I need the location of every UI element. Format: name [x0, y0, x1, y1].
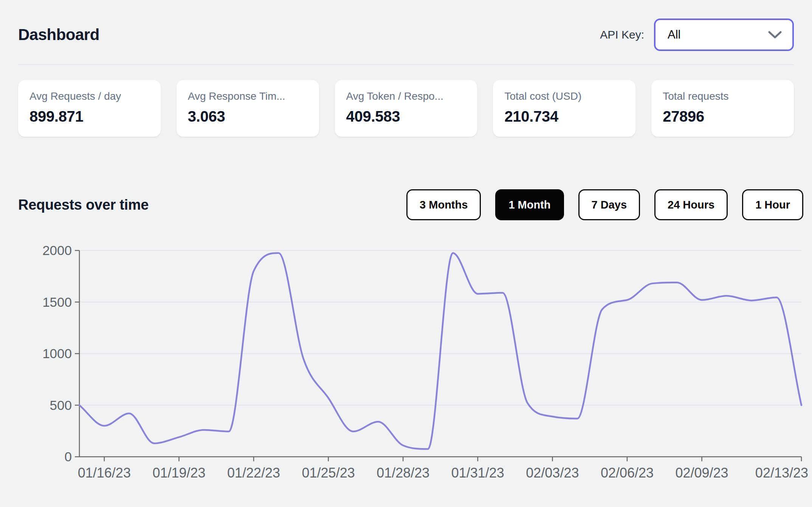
x-tick-label: 01/31/23 — [451, 465, 504, 481]
requests-line-chart: 050010001500200001/16/2301/19/2301/22/23… — [0, 238, 812, 507]
stat-value: 27896 — [663, 108, 783, 125]
stat-label: Avg Token / Respo... — [346, 90, 466, 102]
line-series-path — [79, 253, 801, 449]
api-key-select[interactable]: All — [654, 19, 794, 51]
stats-row: Avg Requests / day 899.871 Avg Response … — [18, 80, 794, 137]
stat-value: 899.871 — [29, 108, 149, 125]
stat-card-total-requests: Total requests 27896 — [651, 80, 794, 137]
header-divider — [18, 64, 794, 65]
page-header: Dashboard API Key: All — [18, 17, 794, 53]
chart-section-header: Requests over time 3 Months 1 Month 7 Da… — [18, 189, 803, 221]
stat-value: 210.734 — [504, 108, 624, 125]
chevron-down-icon — [768, 31, 782, 39]
x-tick-label: 01/25/23 — [302, 465, 355, 481]
stat-card-total-cost: Total cost (USD) 210.734 — [493, 80, 635, 137]
y-tick-label: 1500 — [42, 295, 72, 309]
x-tick-label: 02/13/23 — [755, 465, 808, 481]
api-key-selected-value: All — [668, 28, 680, 42]
stat-value: 409.583 — [346, 108, 466, 125]
x-tick-label: 01/19/23 — [152, 465, 205, 481]
stat-label: Total requests — [663, 90, 783, 102]
y-tick-label: 500 — [50, 398, 72, 413]
stat-label: Avg Requests / day — [29, 90, 149, 102]
api-key-label: API Key: — [600, 28, 644, 41]
stat-card-avg-response-time: Avg Response Tim... 3.063 — [177, 80, 319, 137]
range-button-3-months[interactable]: 3 Months — [406, 189, 481, 220]
range-button-1-hour[interactable]: 1 Hour — [742, 189, 803, 220]
range-button-7-days[interactable]: 7 Days — [578, 189, 640, 220]
y-tick-label: 2000 — [42, 243, 72, 258]
y-tick-label: 1000 — [42, 346, 72, 361]
range-button-1-month[interactable]: 1 Month — [495, 189, 564, 220]
range-buttons: 3 Months 1 Month 7 Days 24 Hours 1 Hour — [406, 189, 803, 220]
x-tick-label: 01/22/23 — [227, 465, 280, 481]
x-tick-label: 02/09/23 — [675, 465, 728, 481]
x-tick-label: 02/03/23 — [526, 465, 579, 481]
y-tick-label: 0 — [65, 449, 72, 464]
range-button-24-hours[interactable]: 24 Hours — [654, 189, 728, 220]
stat-card-avg-requests: Avg Requests / day 899.871 — [18, 80, 161, 137]
stat-card-avg-token: Avg Token / Respo... 409.583 — [335, 80, 477, 137]
x-tick-label: 02/06/23 — [601, 465, 654, 481]
x-tick-label: 01/28/23 — [377, 465, 429, 481]
stat-label: Total cost (USD) — [504, 90, 624, 102]
section-title: Requests over time — [18, 197, 149, 213]
x-tick-label: 01/16/23 — [78, 465, 131, 481]
stat-label: Avg Response Tim... — [188, 90, 308, 102]
api-key-control: API Key: All — [600, 19, 794, 51]
stat-value: 3.063 — [188, 108, 308, 125]
page-title: Dashboard — [18, 26, 99, 44]
